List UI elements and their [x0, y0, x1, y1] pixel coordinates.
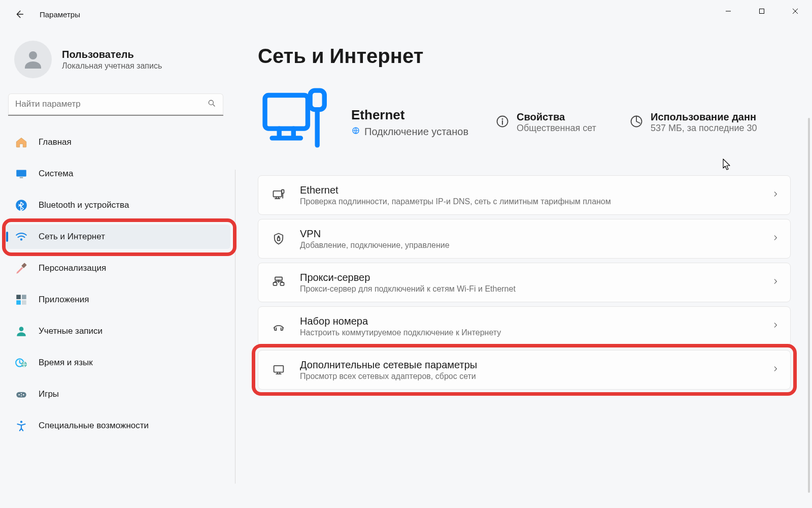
data-usage-link[interactable]: Использование данн 537 МБ, за последние …: [629, 111, 757, 134]
sidebar-item-label: Время и язык: [39, 358, 93, 368]
svg-point-17: [23, 394, 24, 396]
svg-rect-22: [310, 90, 324, 110]
svg-rect-21: [265, 95, 308, 129]
page-title: Сеть и Интернет: [258, 45, 795, 68]
account-icon: [14, 324, 28, 338]
svg-rect-8: [16, 295, 21, 299]
svg-rect-29: [278, 238, 280, 241]
sidebar-item-bluetooth[interactable]: Bluetooth и устройства: [5, 193, 230, 217]
chevron-right-icon: [772, 322, 779, 331]
card-proxy[interactable]: Прокси-серверПрокси-сервер для подключен…: [258, 263, 791, 302]
svg-rect-0: [760, 9, 764, 14]
ethernet-icon: [270, 188, 287, 202]
apps-icon: [14, 293, 28, 307]
data-usage-sub: 537 МБ, за последние 30: [651, 123, 757, 134]
timelang-icon: [14, 356, 28, 370]
properties-label: Свойства: [517, 111, 596, 123]
home-icon: [14, 135, 28, 149]
minimize-button[interactable]: [712, 0, 745, 22]
sidebar-item-account[interactable]: Учетные записи: [5, 319, 230, 343]
search-field[interactable]: [15, 99, 203, 109]
sidebar-item-label: Сеть и Интернет: [39, 232, 105, 242]
chevron-right-icon: [772, 365, 779, 374]
svg-point-25: [502, 118, 503, 120]
card-subtitle: Просмотр всех сетевых адаптеров, сброс с…: [300, 372, 759, 381]
sidebar-item-label: Учетные записи: [39, 326, 103, 336]
svg-rect-7: [21, 263, 27, 268]
sidebar-item-timelang[interactable]: Время и язык: [5, 351, 230, 375]
sidebar-item-brush[interactable]: Персонализация: [5, 256, 230, 280]
svg-point-16: [18, 394, 20, 396]
svg-rect-3: [16, 170, 26, 176]
account-block[interactable]: Пользователь Локальная учетная запись: [0, 38, 235, 93]
account-name: Пользователь: [62, 48, 162, 60]
sidebar-item-gaming[interactable]: Игры: [5, 382, 230, 406]
sidebar-item-home[interactable]: Главная: [5, 130, 230, 154]
svg-rect-27: [274, 191, 282, 197]
svg-rect-15: [16, 392, 26, 398]
card-subtitle: Проверка подлинности, параметры IP-и DNS…: [300, 197, 759, 206]
sidebar-item-label: Игры: [39, 389, 59, 399]
sidebar-item-label: Система: [39, 169, 73, 179]
maximize-button[interactable]: [745, 0, 779, 22]
system-icon: [14, 167, 28, 181]
card-title: VPN: [300, 228, 759, 240]
svg-rect-10: [16, 300, 21, 305]
sidebar-item-label: Специальные возможности: [39, 421, 149, 431]
bluetooth-icon: [14, 198, 28, 212]
chevron-right-icon: [772, 234, 779, 243]
svg-point-18: [21, 393, 22, 394]
brush-icon: [14, 261, 28, 275]
card-title: Набор номера: [300, 315, 759, 327]
card-advanced[interactable]: Дополнительные сетевые параметрыПросмотр…: [258, 350, 791, 390]
svg-rect-11: [22, 300, 26, 305]
dialup-icon: [270, 319, 287, 333]
connection-name: Ethernet: [351, 107, 478, 123]
sidebar-item-label: Bluetooth и устройства: [39, 200, 129, 210]
globe-icon: [351, 126, 360, 138]
access-icon: [14, 419, 28, 433]
svg-point-6: [20, 238, 22, 240]
svg-rect-33: [274, 366, 284, 372]
sidebar-item-wifi[interactable]: Сеть и Интернет: [5, 225, 230, 249]
svg-point-1: [29, 51, 37, 59]
card-title: Прокси-сервер: [300, 272, 759, 283]
sidebar-item-label: Главная: [39, 137, 72, 147]
account-subtitle: Локальная учетная запись: [62, 61, 162, 71]
sidebar-item-access[interactable]: Специальные возможности: [5, 414, 230, 438]
search-icon: [207, 99, 216, 110]
search-input[interactable]: [8, 93, 223, 116]
properties-sub: Общественная сет: [517, 123, 596, 134]
chevron-right-icon: [772, 190, 779, 200]
network-status: Ethernet Подключение установ Свойства Об…: [258, 82, 795, 163]
card-vpn[interactable]: VPNДобавление, подключение, управление: [258, 219, 791, 259]
ethernet-large-icon: [258, 83, 334, 162]
card-subtitle: Прокси-сервер для подключений к сетям Wi…: [300, 284, 759, 294]
connection-status: Подключение установ: [364, 126, 468, 138]
svg-point-2: [209, 100, 213, 105]
svg-rect-28: [282, 190, 284, 194]
svg-point-12: [19, 327, 24, 331]
card-subtitle: Настроить коммутируемое подключение к Ин…: [300, 328, 759, 337]
svg-point-19: [21, 395, 22, 396]
properties-link[interactable]: Свойства Общественная сет: [495, 111, 612, 134]
info-icon: [495, 114, 510, 131]
wifi-icon: [14, 230, 28, 244]
sidebar-item-label: Персонализация: [39, 263, 106, 273]
sidebar-item-system[interactable]: Система: [5, 162, 230, 186]
scrollbar[interactable]: [808, 118, 810, 493]
card-dialup[interactable]: Набор номераНастроить коммутируемое подк…: [258, 306, 791, 346]
proxy-icon: [270, 275, 287, 290]
svg-point-20: [20, 421, 22, 423]
app-title: Параметры: [40, 10, 80, 19]
close-button[interactable]: [779, 0, 812, 22]
back-button[interactable]: [12, 7, 26, 21]
sidebar-item-label: Приложения: [39, 295, 89, 305]
card-subtitle: Добавление, подключение, управление: [300, 241, 759, 250]
card-ethernet[interactable]: EthernetПроверка подлинности, параметры …: [258, 175, 791, 215]
chevron-right-icon: [772, 278, 779, 287]
data-usage-label: Использование данн: [651, 111, 757, 123]
advanced-icon: [270, 363, 287, 377]
svg-rect-9: [22, 295, 26, 299]
sidebar-item-apps[interactable]: Приложения: [5, 288, 230, 312]
